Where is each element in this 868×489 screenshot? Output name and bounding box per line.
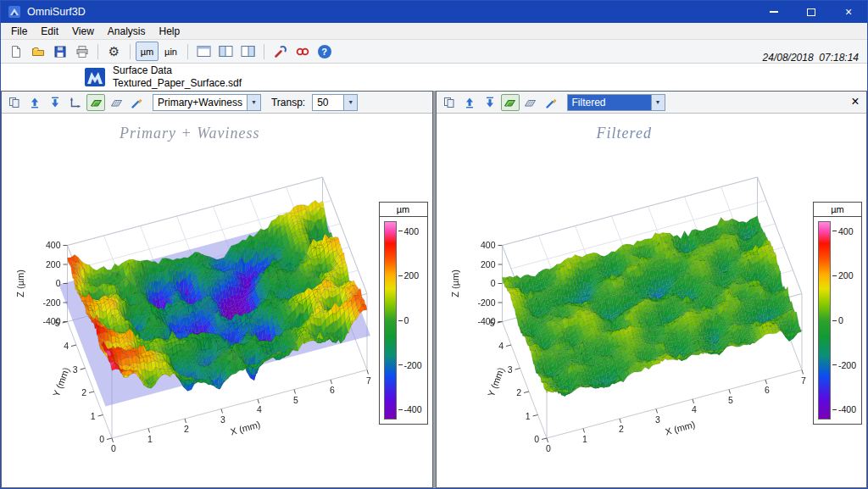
surface-plot-filtered[interactable]: Filtered µm 4002000-200-400 — [437, 114, 867, 487]
dataset-filename: Textured_Paper_Surface.sdf — [113, 77, 242, 90]
axes-button[interactable] — [66, 94, 85, 111]
surface-type-dropdown[interactable]: Primary+Waviness ▼ — [153, 94, 261, 111]
z-scale-down-button[interactable] — [46, 94, 64, 111]
surface-type-dropdown[interactable]: Filtered ▼ — [567, 94, 665, 111]
layout-pane-right-button[interactable] — [237, 42, 259, 61]
chevron-down-icon: ▼ — [651, 95, 665, 110]
save-button[interactable] — [49, 42, 70, 61]
minimize-icon — [770, 11, 778, 13]
colorbar-unit-label: µm — [380, 203, 427, 217]
surface-plot-primary[interactable]: Primary + Waviness µm 4002000-200-400 — [2, 114, 432, 487]
plot-title-primary: Primary + Waviness — [2, 125, 378, 142]
close-panel-button[interactable]: × — [847, 93, 864, 110]
panel-toolbar-primary: Primary+Waviness ▼ Transp: 50 ▼ — [2, 92, 432, 114]
open-file-button[interactable] — [27, 42, 48, 61]
menu-edit[interactable]: Edit — [34, 24, 65, 39]
two-pane-icon — [219, 45, 233, 58]
z-scale-up-button[interactable] — [25, 94, 44, 111]
toolbar-separator — [130, 44, 131, 59]
surface-icon — [504, 97, 516, 108]
minimize-button[interactable] — [755, 1, 793, 23]
unit-um-button[interactable]: µm — [136, 42, 159, 61]
menu-view[interactable]: View — [65, 24, 101, 39]
wrench-icon — [274, 45, 287, 58]
z-scale-down-button[interactable] — [481, 94, 499, 111]
company-logo-icon — [84, 66, 106, 88]
copy-icon — [443, 97, 455, 108]
surface-view-button[interactable] — [501, 94, 520, 111]
transparency-dropdown[interactable]: 50 ▼ — [312, 94, 358, 111]
colorbar-body: 4002000-200-400 — [818, 221, 860, 420]
close-icon: × — [845, 5, 852, 19]
z-scale-up-button[interactable] — [460, 94, 479, 111]
colorbar-filtered: µm 4002000-200-400 — [813, 202, 862, 425]
print-button[interactable] — [71, 42, 92, 61]
panels-row: Primary+Waviness ▼ Transp: 50 ▼ Primary … — [1, 91, 867, 488]
surface-type-value: Filtered — [568, 95, 651, 110]
chevron-down-icon: ▼ — [343, 95, 357, 110]
datetime-text: 24/08/2018 07:18:14 — [716, 52, 859, 64]
new-file-button[interactable] — [5, 42, 26, 61]
layout-two-pane-button[interactable] — [215, 42, 236, 61]
surface-type-value: Primary+Waviness — [153, 95, 247, 110]
colorbar-primary: µm 4002000-200-400 — [379, 202, 428, 425]
menu-file[interactable]: File — [4, 24, 34, 39]
unit-uin-button[interactable]: µin — [159, 42, 182, 61]
colorbar-gradient — [818, 221, 831, 420]
palette-button[interactable] — [127, 94, 146, 111]
titlebar: OmniSurf3D × — [1, 1, 867, 23]
menu-analysis[interactable]: Analysis — [101, 24, 153, 39]
maximize-icon — [807, 8, 815, 16]
printer-icon — [75, 45, 89, 58]
copy-image-button[interactable] — [440, 94, 459, 111]
folder-icon — [31, 45, 45, 58]
new-file-icon — [9, 45, 23, 58]
arrow-down-icon — [49, 97, 61, 108]
help-button[interactable]: ? — [314, 42, 335, 61]
settings-button[interactable]: ⚙ — [103, 42, 125, 61]
app-window: OmniSurf3D × File Edit View Analysis Hel… — [0, 0, 868, 489]
colorbar-body: 4002000-200-400 — [384, 221, 426, 420]
colorbar-gradient — [384, 221, 397, 420]
link-views-button[interactable] — [292, 42, 313, 61]
palette-icon — [545, 97, 557, 108]
surface-view-button[interactable] — [86, 94, 105, 111]
transparency-label: Transp: — [271, 97, 305, 108]
axes-icon — [70, 97, 81, 108]
analysis-wrench-button[interactable] — [270, 42, 291, 61]
chevron-down-icon: ▼ — [247, 95, 260, 110]
window-controls: × — [755, 1, 867, 23]
mesh-view-button[interactable] — [521, 94, 540, 111]
colorbar-unit-label: µm — [814, 203, 861, 217]
layout-single-button[interactable] — [193, 42, 214, 61]
pane-right-icon — [241, 45, 255, 58]
mesh-icon — [524, 97, 537, 108]
copy-image-button[interactable] — [5, 94, 24, 111]
surface-canvas-primary[interactable] — [2, 114, 431, 487]
help-icon: ? — [318, 45, 331, 58]
colorbar-ticks: 4002000-200-400 — [398, 221, 426, 420]
toolbar-separator — [187, 44, 188, 59]
arrow-up-icon — [29, 97, 41, 108]
mesh-view-button[interactable] — [107, 94, 125, 111]
surface-canvas-filtered[interactable] — [437, 114, 866, 487]
app-logo-icon — [8, 5, 21, 19]
toolbar-separator — [97, 44, 98, 59]
palette-button[interactable] — [542, 94, 560, 111]
window-title: OmniSurf3D — [27, 6, 86, 18]
copy-icon — [8, 97, 20, 108]
info-header: Surface Data Textured_Paper_Surface.sdf … — [1, 64, 867, 91]
gear-icon: ⚙ — [108, 45, 120, 58]
arrow-up-icon — [464, 97, 476, 108]
menu-help[interactable]: Help — [153, 24, 187, 39]
maximize-button[interactable] — [793, 1, 830, 23]
palette-icon — [131, 97, 142, 108]
floppy-icon — [53, 45, 67, 58]
dataset-label: Surface Data — [113, 64, 242, 77]
toolbar-separator — [264, 44, 264, 59]
surface-icon — [90, 97, 103, 108]
panel-primary: Primary+Waviness ▼ Transp: 50 ▼ Primary … — [1, 91, 433, 488]
panel-toolbar-filtered: Filtered ▼ × — [437, 92, 867, 114]
plot-title-filtered: Filtered — [437, 125, 813, 142]
close-button[interactable]: × — [830, 1, 867, 23]
